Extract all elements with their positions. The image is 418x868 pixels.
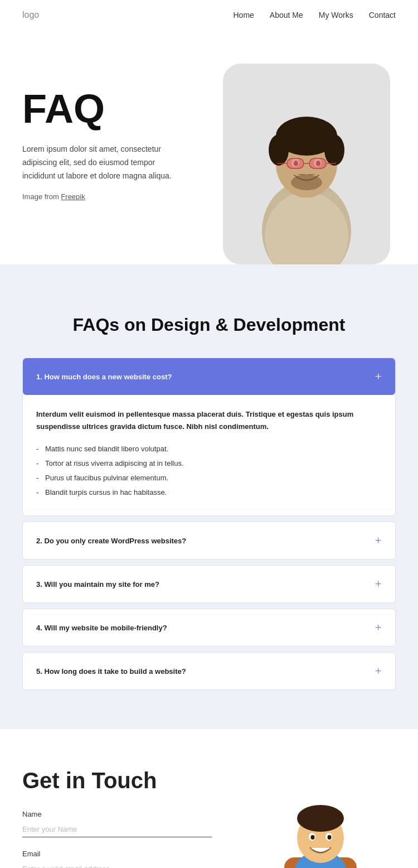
svg-point-29 bbox=[311, 835, 315, 840]
faq-question-3: 3. Will you maintain my site for me? bbox=[36, 580, 159, 589]
faq-item-1: 1. How much does a new website cost? + I… bbox=[22, 358, 396, 516]
navbar: logo Home About Me My Works Contact bbox=[0, 0, 418, 30]
faq-section: FAQs on Design & Development 1. How much… bbox=[0, 281, 418, 729]
faq-question-5: 5. How long does it take to build a webs… bbox=[36, 667, 186, 676]
freepik-link[interactable]: Freepik bbox=[61, 192, 85, 201]
hero-person-svg bbox=[223, 64, 390, 264]
name-input[interactable] bbox=[22, 822, 212, 837]
nav-works[interactable]: My Works bbox=[319, 11, 353, 20]
contact-heading: Get in Touch bbox=[22, 768, 212, 793]
faq-plus-3: + bbox=[375, 577, 382, 591]
faq-question-1: 1. How much does a new website cost? bbox=[36, 373, 172, 381]
hero-bg-ext bbox=[0, 264, 418, 281]
nav-about[interactable]: About Me bbox=[270, 11, 303, 20]
faq-question-2: 2. Do you only create WordPress websites… bbox=[36, 537, 186, 545]
list-item: Purus ut faucibus pulvinar elementum. bbox=[36, 471, 382, 485]
faq-header-1[interactable]: 1. How much does a new website cost? + bbox=[23, 358, 395, 395]
faq-body-1: Interdum velit euismod in pellentesque m… bbox=[23, 395, 395, 515]
contact-person-svg bbox=[248, 771, 393, 868]
logo: logo bbox=[22, 10, 39, 20]
image-credit-prefix: Image from bbox=[22, 192, 61, 201]
faq-item-3: 3. Will you maintain my site for me? + bbox=[22, 565, 396, 603]
faq-list-1: Mattis nunc sed blandit libero volutpat.… bbox=[36, 442, 382, 500]
nav-contact[interactable]: Contact bbox=[369, 11, 396, 20]
svg-rect-12 bbox=[287, 158, 304, 168]
faq-header-3[interactable]: 3. Will you maintain my site for me? + bbox=[23, 566, 395, 602]
hero-image bbox=[223, 64, 390, 264]
svg-point-7 bbox=[324, 134, 344, 166]
svg-point-17 bbox=[291, 175, 322, 190]
contact-illustration bbox=[245, 768, 396, 868]
email-label: Email bbox=[22, 850, 212, 858]
list-item: Mattis nunc sed blandit libero volutpat. bbox=[36, 442, 382, 456]
contact-section: Get in Touch Name Email SUBMIT Image fro… bbox=[0, 729, 418, 868]
faq-heading: FAQs on Design & Development bbox=[22, 315, 396, 335]
faq-header-5[interactable]: 5. How long does it take to build a webs… bbox=[23, 653, 395, 689]
faq-question-4: 4. Will my website be mobile-friendly? bbox=[36, 624, 167, 632]
faq-inner: FAQs on Design & Development 1. How much… bbox=[22, 315, 396, 690]
faq-header-2[interactable]: 2. Do you only create WordPress websites… bbox=[23, 522, 395, 559]
hero-image-credit: Image from Freepik bbox=[22, 192, 223, 201]
name-label: Name bbox=[22, 810, 212, 818]
faq-plus-2: + bbox=[375, 533, 382, 548]
hero-title: FAQ bbox=[22, 86, 223, 132]
svg-point-6 bbox=[269, 134, 289, 166]
contact-form: Get in Touch Name Email SUBMIT Image fro… bbox=[22, 768, 212, 868]
svg-rect-13 bbox=[309, 158, 326, 168]
nav-home[interactable]: Home bbox=[233, 11, 254, 20]
faq-header-4[interactable]: 4. Will my website be mobile-friendly? + bbox=[23, 609, 395, 646]
faq-plus-5: + bbox=[375, 664, 382, 678]
faq-plus-4: + bbox=[375, 620, 382, 635]
hero-text: FAQ Lorem ipsum dolor sit amet, consecte… bbox=[22, 64, 223, 201]
list-item: Blandit turpis cursus in hac habitasse. bbox=[36, 485, 382, 500]
faq-plus-1: + bbox=[375, 369, 382, 384]
faq-item-2: 2. Do you only create WordPress websites… bbox=[22, 522, 396, 560]
svg-point-30 bbox=[328, 835, 332, 840]
faq-item-4: 4. Will my website be mobile-friendly? + bbox=[22, 609, 396, 647]
svg-point-26 bbox=[297, 805, 344, 832]
name-field-group: Name bbox=[22, 810, 212, 837]
hero-section: FAQ Lorem ipsum dolor sit amet, consecte… bbox=[0, 30, 418, 264]
email-field-group: Email bbox=[22, 850, 212, 868]
hero-description: Lorem ipsum dolor sit amet, consectetur … bbox=[22, 143, 189, 182]
list-item: Tortor at risus viverra adipiscing at in… bbox=[36, 456, 382, 471]
email-input[interactable] bbox=[22, 861, 212, 868]
faq-answer-bold-1: Interdum velit euismod in pellentesque m… bbox=[36, 408, 382, 433]
faq-item-5: 5. How long does it take to build a webs… bbox=[22, 652, 396, 690]
nav-links: Home About Me My Works Contact bbox=[233, 11, 396, 20]
